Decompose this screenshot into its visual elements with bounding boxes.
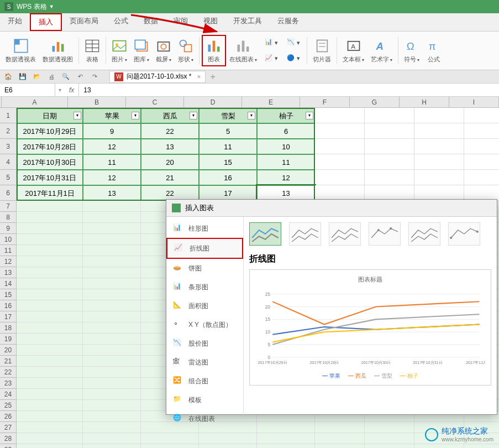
cell-B6[interactable]: 13 (83, 185, 141, 201)
col-header-F[interactable]: F (300, 97, 350, 108)
cell-E5[interactable]: 12 (257, 170, 315, 185)
cell-A18[interactable] (17, 322, 83, 334)
app-dropdown-icon[interactable]: ▼ (49, 4, 54, 9)
small-chart-3[interactable]: 📉▾ (285, 37, 302, 48)
cell-F1[interactable] (315, 108, 365, 123)
cell-A19[interactable] (17, 334, 83, 345)
cell-G5[interactable] (365, 170, 414, 185)
textbox-button[interactable]: A 文本框▾ (339, 35, 367, 66)
cell-A25[interactable] (17, 400, 83, 411)
cell-C28[interactable] (141, 433, 199, 444)
symbol-button[interactable]: Ω 符号▾ (401, 35, 423, 66)
open-icon[interactable]: 📂 (32, 72, 42, 82)
cell-I29[interactable] (464, 444, 499, 448)
cell-D28[interactable] (199, 433, 257, 444)
col-header-I[interactable]: I (449, 97, 499, 108)
chart-type-10[interactable]: 🌐在线图表 (166, 409, 243, 428)
col-header-E[interactable]: E (242, 97, 300, 108)
cell-A15[interactable] (17, 289, 83, 300)
pivot-table-button[interactable]: 数据透视表 (2, 35, 39, 66)
cell-B8[interactable] (83, 212, 141, 223)
cell-A24[interactable] (17, 389, 83, 400)
menu-tab-8[interactable]: 云服务 (270, 13, 307, 31)
cell-E4[interactable]: 11 (257, 154, 315, 170)
cell-G29[interactable] (365, 444, 414, 448)
row-header-13[interactable]: 13 (0, 267, 17, 278)
cell-A21[interactable] (17, 356, 83, 367)
cell-A29[interactable] (17, 444, 83, 448)
row-header-10[interactable]: 10 (0, 234, 17, 245)
line-subtype-2[interactable] (289, 222, 321, 246)
cell-I4[interactable] (464, 154, 499, 170)
online-chart-button[interactable]: 在线图表▾ (226, 35, 260, 66)
menu-tab-1[interactable]: 插入 (30, 13, 62, 31)
cell-H5[interactable] (414, 170, 464, 185)
print-icon[interactable]: 🖨 (46, 72, 56, 82)
menu-tab-2[interactable]: 页面布局 (62, 13, 106, 31)
row-header-4[interactable]: 4 (0, 154, 17, 170)
cell-A4[interactable]: 2017年10月30日 (17, 154, 83, 170)
cell-E27[interactable] (257, 422, 315, 433)
chart-type-2[interactable]: 🥧饼图 (166, 259, 243, 278)
row-header-23[interactable]: 23 (0, 378, 17, 389)
row-header-21[interactable]: 21 (0, 356, 17, 367)
cell-B14[interactable] (83, 278, 141, 289)
line-subtype-1[interactable] (249, 222, 281, 246)
cell-B24[interactable] (83, 389, 141, 400)
cell-B9[interactable] (83, 223, 141, 234)
col-header-A[interactable]: A (2, 97, 68, 108)
line-subtype-4[interactable] (369, 222, 401, 246)
chart-type-1[interactable]: 📈折线图 (166, 238, 243, 259)
cell-A7[interactable] (17, 201, 83, 212)
row-header-19[interactable]: 19 (0, 334, 17, 345)
chart-type-0[interactable]: 📊柱形图 (166, 219, 243, 238)
cell-C4[interactable]: 20 (141, 154, 199, 170)
line-subtype-3[interactable] (329, 222, 361, 246)
cell-H1[interactable] (414, 108, 464, 123)
chart-type-5[interactable]: ⚬X Y（散点图） (166, 315, 243, 334)
cell-B29[interactable] (83, 444, 141, 448)
cell-C6[interactable]: 22 (141, 185, 199, 201)
cell-A5[interactable]: 2017年10月31日 (17, 170, 83, 185)
cell-B19[interactable] (83, 334, 141, 345)
filter-button[interactable]: ▾ (190, 112, 197, 119)
cell-B1[interactable]: 苹果▾ (83, 108, 141, 123)
cell-C1[interactable]: 西瓜▾ (141, 108, 199, 123)
filter-button[interactable]: ▾ (73, 112, 81, 119)
cell-A6[interactable]: 2017年11月1日 (17, 185, 83, 201)
small-chart-2[interactable]: 📈▾ (262, 53, 280, 64)
cell-A2[interactable]: 2017年10月29日 (17, 123, 83, 139)
row-header-11[interactable]: 11 (0, 245, 17, 256)
cell-C5[interactable]: 21 (141, 170, 199, 185)
filter-button[interactable]: ▾ (132, 112, 139, 119)
chart-type-9[interactable]: 📁模板 (166, 390, 243, 409)
row-header-25[interactable]: 25 (0, 400, 17, 411)
menu-tab-6[interactable]: 视图 (196, 13, 225, 31)
cell-E28[interactable] (257, 433, 315, 444)
cell-E6[interactable]: 13 (257, 185, 315, 201)
cell-B26[interactable] (83, 411, 141, 422)
cell-A22[interactable] (17, 367, 83, 378)
cell-D4[interactable]: 15 (199, 154, 257, 170)
col-header-B[interactable]: B (68, 97, 126, 108)
fx-label[interactable]: fx (65, 84, 79, 96)
cell-D2[interactable]: 5 (199, 123, 257, 139)
cell-C3[interactable]: 13 (141, 139, 199, 154)
cell-E1[interactable]: 柚子▾ (257, 108, 315, 123)
cell-D5[interactable]: 16 (199, 170, 257, 185)
cell-B2[interactable]: 9 (83, 123, 141, 139)
row-header-29[interactable]: 29 (0, 444, 17, 448)
cell-G2[interactable] (365, 123, 414, 139)
small-chart-4[interactable]: 🔵▾ (285, 53, 302, 64)
cell-I6[interactable] (464, 185, 499, 201)
row-header-8[interactable]: 8 (0, 212, 17, 223)
formula-input[interactable]: 13 (79, 86, 499, 94)
cell-F2[interactable] (315, 123, 365, 139)
row-header-5[interactable]: 5 (0, 170, 17, 185)
print-preview-icon[interactable]: 🔍 (61, 72, 71, 82)
cell-A3[interactable]: 2017年10月28日 (17, 139, 83, 154)
cell-H4[interactable] (414, 154, 464, 170)
home-icon[interactable]: 🏠 (3, 72, 13, 82)
row-header-28[interactable]: 28 (0, 433, 17, 444)
chart-button[interactable]: 图表 (202, 35, 226, 66)
